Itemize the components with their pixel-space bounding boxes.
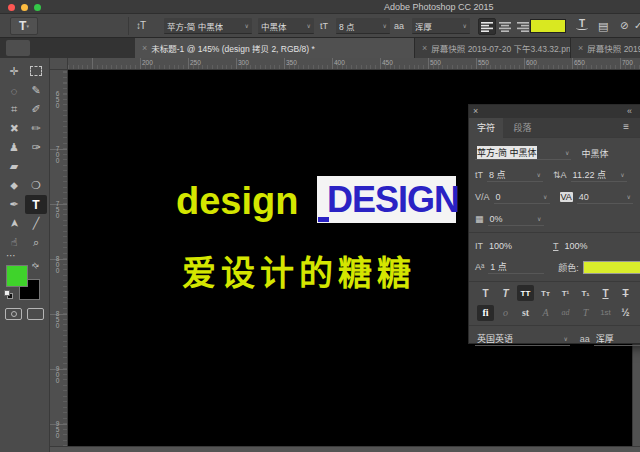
character-panel-tabs: 字符 段落 ≡	[469, 118, 640, 138]
marquee-tool[interactable]	[30, 66, 42, 76]
ligatures-button[interactable]: fi	[477, 305, 494, 321]
eyedropper-tool[interactable]: ✐	[25, 100, 47, 119]
ordinals-button[interactable]: 1st	[597, 305, 614, 321]
horizontal-scrollbar[interactable]	[50, 446, 640, 452]
all-caps-button[interactable]: TT	[517, 285, 534, 301]
line-tool[interactable]: ╱	[25, 214, 47, 233]
vertical-scale-field[interactable]: 100%	[487, 239, 543, 253]
history-brush-tool[interactable]: ✑	[25, 138, 47, 157]
ruler-label: 450	[382, 59, 393, 66]
swap-colors-icon[interactable]: ⇄	[30, 260, 41, 271]
panel-font-family-select[interactable]: 苹方-简 中黑体 ∨	[475, 146, 571, 160]
commit-edits-button[interactable]: ✓	[634, 20, 640, 31]
dodge-tool[interactable]: ❍	[25, 176, 47, 195]
strikethrough-button[interactable]: T	[617, 285, 634, 301]
language-select[interactable]: 英国英语 ∨	[475, 332, 570, 346]
more-tools-button[interactable]: ⋯	[6, 250, 16, 261]
warp-text-button[interactable]: T	[574, 18, 590, 34]
swash-button[interactable]: o	[497, 305, 514, 321]
underline-button[interactable]: T	[597, 285, 614, 301]
tab-paragraph[interactable]: 段落	[506, 118, 540, 138]
vertical-scale-value: 100%	[489, 241, 512, 251]
faux-italic-button[interactable]: T	[497, 285, 514, 301]
leading-select[interactable]: 11.22 点 ∨	[571, 168, 627, 182]
tracking-select[interactable]: 40 ∨	[577, 190, 633, 204]
panel-menu-icon[interactable]: ≡	[623, 121, 629, 132]
pen-tool[interactable]: ✒	[3, 195, 25, 214]
tab-screenshot-2[interactable]: × 屏幕快照 2019-07-20 下午3.43	[571, 38, 640, 58]
scale-row: IT 100% T 100%	[469, 232, 640, 256]
text-color-swatch[interactable]	[530, 19, 566, 33]
ruler-label: 900	[54, 365, 61, 383]
panel-anti-alias-select[interactable]: 浑厚 ∨	[594, 332, 640, 346]
oldstyle-button[interactable]: T	[577, 305, 594, 321]
font-family-select[interactable]: 苹方-简 中黑体 ∨	[164, 18, 252, 34]
subscript-button[interactable]: T₁	[577, 285, 594, 301]
tool-dock: ✛◌✎⌗✐✚✏♟✑▰⬥❍✒T➤╱☝⌕ ⋯ ⇄	[0, 58, 50, 452]
baseline-color-row: Aᵃ 1 点 颜色:	[469, 256, 640, 278]
text-orientation-icon[interactable]: ↕T	[136, 20, 145, 31]
opentype-buttons-row: fi o st A ad T 1st ½	[469, 302, 640, 323]
chevron-down-icon: ∨	[383, 22, 387, 29]
tab-untitled-1[interactable]: × 未标题-1 @ 145% (design 拷贝 2, RGB/8) *	[135, 38, 415, 58]
type-tool[interactable]: T	[25, 195, 47, 214]
font-size-select[interactable]: 8 点 ∨	[336, 18, 390, 34]
tool-dock-collapse-button[interactable]	[6, 40, 30, 56]
document-tab-bar: × 未标题-1 @ 145% (design 拷贝 2, RGB/8) * × …	[0, 38, 640, 58]
text-layer-design[interactable]: design	[176, 180, 298, 223]
vertical-scrollbar[interactable]	[632, 336, 640, 446]
faux-bold-button[interactable]: T	[477, 285, 494, 301]
titling-alternates-button[interactable]: ad	[557, 305, 574, 321]
quick-selection-tool[interactable]: ✎	[25, 81, 47, 100]
discretionary-ligatures-button[interactable]: st	[517, 305, 534, 321]
blur-tool[interactable]: ⬥	[3, 176, 25, 195]
gradient-tool[interactable]	[25, 157, 47, 176]
stylistic-alternates-button[interactable]: A	[537, 305, 554, 321]
ruler-label: 350	[286, 59, 297, 66]
kerning-select[interactable]: 0 ∨	[494, 190, 550, 204]
align-center-button[interactable]	[496, 18, 514, 35]
zoom-window-button[interactable]	[34, 4, 41, 11]
cancel-edits-button[interactable]: ⊘	[620, 20, 628, 31]
default-colors-icon[interactable]	[4, 290, 13, 299]
panel-font-style-select[interactable]: 中黑体	[579, 146, 640, 160]
font-style-select[interactable]: 中黑体 ∨	[258, 18, 314, 34]
text-selection-highlight[interactable]: DESIGN	[317, 176, 456, 223]
tool-preset-button[interactable]: T▾	[10, 17, 38, 35]
ruler-label: 750	[54, 200, 61, 218]
panel-font-size-select[interactable]: 8 点 ∨	[487, 168, 543, 182]
anti-alias-icon: aa	[394, 21, 404, 31]
close-icon[interactable]: ×	[142, 43, 147, 53]
screen-mode-button[interactable]	[27, 308, 44, 320]
close-window-button[interactable]	[8, 4, 15, 11]
lasso-tool[interactable]: ◌	[3, 81, 25, 100]
toggle-panels-button[interactable]: ▤	[598, 20, 608, 33]
close-icon[interactable]: ×	[422, 43, 427, 53]
anti-alias-select[interactable]: 浑厚 ∨	[412, 18, 470, 34]
minimize-window-button[interactable]	[21, 4, 28, 11]
baseline-shift-field[interactable]: 1 点	[488, 260, 544, 274]
fractions-button[interactable]: ½	[617, 305, 634, 321]
foreground-color-swatch[interactable]	[6, 265, 28, 287]
panel-color-swatch[interactable]	[583, 261, 640, 274]
baseline-shift-value: 1 点	[490, 260, 507, 273]
tab-character[interactable]: 字符	[469, 118, 503, 138]
collapse-panel-icon[interactable]: «	[627, 106, 632, 116]
small-caps-button[interactable]: Tᴛ	[537, 285, 554, 301]
horizontal-scale-field[interactable]: 100%	[563, 239, 619, 253]
text-layer-chinese[interactable]: 爱设计的糖糖	[182, 246, 416, 295]
path-selection-tool[interactable]: ➤	[5, 213, 24, 235]
tab-screenshot-1[interactable]: × 屏幕快照 2019-07-20 下午3.43.32.png @ 148%(R…	[415, 38, 571, 58]
move-tool[interactable]: ✛	[3, 62, 25, 81]
close-panel-icon[interactable]: ×	[473, 106, 478, 116]
eraser-tool[interactable]: ▰	[3, 157, 25, 176]
proportional-spacing-select[interactable]: 0% ∨	[488, 212, 544, 226]
ruler-label: 300	[238, 59, 249, 66]
leading-icon: ⇅A	[553, 170, 567, 180]
superscript-button[interactable]: T¹	[557, 285, 574, 301]
zoom-tool[interactable]: ⌕	[25, 233, 47, 252]
close-icon[interactable]: ×	[578, 43, 583, 53]
tool-grid: ✛◌✎⌗✐✚✏♟✑▰⬥❍✒T➤╱☝⌕	[3, 62, 47, 252]
quick-mask-button[interactable]	[5, 308, 22, 320]
align-left-button[interactable]	[478, 18, 496, 35]
